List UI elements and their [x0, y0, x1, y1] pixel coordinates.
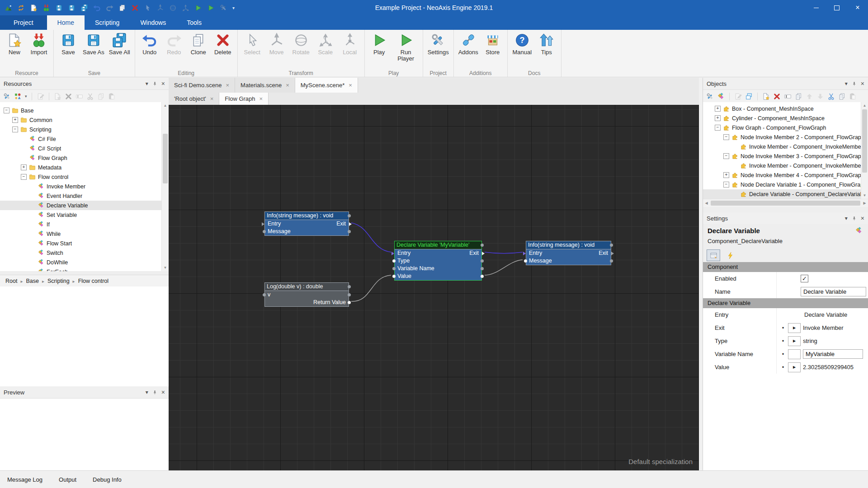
qat-rotate-button[interactable]	[169, 4, 177, 12]
node-info-1[interactable]: Info(string message) : void Entry Exit M…	[264, 211, 349, 236]
copy-icon[interactable]	[838, 93, 846, 100]
tree-item[interactable]: Invoke Member - Component_InvokeMember	[703, 161, 868, 170]
properties-view-button[interactable]	[707, 249, 720, 261]
close-tab-icon[interactable]: ×	[210, 95, 214, 102]
tree-expander-icon[interactable]: −	[715, 125, 721, 131]
name-input[interactable]	[801, 287, 866, 296]
menu-home[interactable]: Home	[47, 15, 85, 30]
edit-icon[interactable]	[37, 93, 44, 100]
tree-expander-icon[interactable]: −	[21, 174, 27, 180]
variable-name-reference-button[interactable]	[788, 349, 801, 359]
close-tab-icon[interactable]: ×	[349, 82, 352, 89]
breadcrumb-item-root[interactable]: Root	[5, 278, 17, 284]
display-mode-icon[interactable]	[14, 93, 22, 100]
pin-variable-name[interactable]	[392, 267, 396, 270]
qat-import-button[interactable]	[42, 4, 50, 12]
close-tab-icon[interactable]: ×	[259, 95, 263, 102]
qat-sync-button[interactable]	[17, 4, 25, 12]
scroll-up-icon[interactable]: ▲	[861, 102, 868, 109]
pin-out-dot[interactable]	[348, 230, 351, 233]
copy-icon[interactable]	[97, 93, 105, 100]
scroll-up-icon[interactable]: ▲	[162, 102, 169, 109]
tree-item[interactable]: − Base	[0, 106, 169, 115]
scroll-right-icon[interactable]: ▶	[861, 200, 868, 206]
pin-out-dot[interactable]	[610, 259, 613, 263]
pin-out-dot[interactable]	[481, 267, 484, 270]
qat-save-as-button[interactable]	[68, 4, 75, 12]
exit-reference-button[interactable]: ▶	[788, 323, 801, 333]
scroll-thumb[interactable]	[862, 109, 867, 173]
tree-item[interactable]: + Node Invoke Member 4 - Component_FlowG…	[703, 170, 868, 180]
cut-icon[interactable]	[827, 93, 835, 100]
close-icon[interactable]: ×	[861, 80, 864, 87]
tree-item[interactable]: − Node Declare Variable 1 - Component_Fl…	[703, 180, 868, 189]
statusbar-debug-info[interactable]: Debug Info	[93, 476, 122, 483]
tree-item[interactable]: − Node Invoke Member 3 - Component_FlowG…	[703, 151, 868, 161]
scroll-down-icon[interactable]: ▼	[861, 192, 868, 199]
options-wrench-icon[interactable]	[706, 93, 714, 100]
tree-item[interactable]: DoWhile	[0, 258, 169, 267]
tree-item[interactable]: Set Variable	[0, 210, 169, 220]
node-header-dot[interactable]	[481, 244, 484, 247]
qat-new-button[interactable]	[30, 4, 38, 12]
breadcrumb-item-scripting[interactable]: Scripting	[47, 278, 70, 284]
minimize-button[interactable]	[806, 0, 826, 15]
settings-button[interactable]: Settings	[425, 31, 451, 70]
tree-item[interactable]: − Node Invoke Member 2 - Component_FlowG…	[703, 132, 868, 142]
delete-button[interactable]: Delete	[211, 31, 235, 70]
scroll-thumb[interactable]	[163, 134, 168, 183]
delete-icon[interactable]	[773, 93, 781, 100]
move-button[interactable]: Move	[264, 31, 289, 70]
pin-entry[interactable]	[262, 222, 264, 226]
node-info-2[interactable]: Info(string message) : void Entry Exit M…	[526, 241, 611, 265]
tree-item[interactable]: Switch	[0, 248, 169, 258]
local-button[interactable]: Local	[338, 31, 362, 70]
pin-out-dot[interactable]	[481, 259, 484, 263]
qat-move-button[interactable]	[156, 4, 164, 12]
pin-message[interactable]	[524, 259, 527, 263]
pin-v[interactable]	[263, 293, 266, 296]
qat-play-button[interactable]	[194, 4, 202, 12]
pin-icon[interactable]	[852, 216, 857, 221]
tree-item[interactable]: Invoke Member - Component_InvokeMember	[703, 142, 868, 151]
scroll-left-icon[interactable]: ◀	[703, 200, 710, 206]
tree-expander-icon[interactable]: +	[715, 115, 721, 121]
breadcrumb-item-base[interactable]: Base	[26, 278, 39, 284]
panel-menu-icon[interactable]: ▾	[845, 215, 848, 221]
panel-menu-icon[interactable]: ▾	[146, 80, 148, 87]
pin-icon[interactable]	[152, 389, 157, 395]
qat-tools-button[interactable]	[220, 4, 227, 12]
pin-message[interactable]	[263, 230, 266, 233]
tree-item[interactable]: ForEach	[0, 267, 169, 271]
chevron-down-icon[interactable]: ▾	[25, 94, 27, 99]
rename-icon[interactable]	[784, 93, 792, 100]
scale-button[interactable]: Scale	[313, 31, 338, 70]
resources-tree-scrollbar[interactable]: ▲ ▼	[161, 102, 169, 271]
qat-select-button[interactable]	[144, 4, 151, 12]
node-header-dot[interactable]	[348, 285, 351, 288]
breadcrumb-item-flow-control[interactable]: Flow control	[78, 278, 108, 284]
menu-scripting[interactable]: Scripting	[85, 15, 130, 30]
open-in-window-icon[interactable]	[745, 93, 753, 100]
pin-value[interactable]	[392, 275, 396, 278]
tree-item[interactable]: While	[0, 229, 169, 239]
menu-tools[interactable]: Tools	[176, 15, 212, 30]
node-header-dot[interactable]	[610, 244, 613, 247]
tree-expander-icon[interactable]: −	[723, 182, 729, 188]
tree-item[interactable]: C# File	[0, 134, 169, 144]
store-button[interactable]: Store	[481, 31, 505, 70]
play-button[interactable]: Play	[367, 31, 392, 70]
scroll-thumb[interactable]	[711, 201, 860, 206]
pin-out-dot[interactable]	[348, 293, 351, 296]
maximize-button[interactable]	[826, 0, 847, 15]
menu-project[interactable]: Project	[0, 15, 47, 30]
qat-customize-dropdown[interactable]: ▾	[232, 5, 235, 10]
new-resource-icon[interactable]	[54, 93, 61, 100]
tree-expander-icon[interactable]: −	[723, 153, 729, 159]
tree-item[interactable]: Event Handler	[0, 191, 169, 201]
pin-type[interactable]	[392, 259, 396, 263]
edit-icon[interactable]	[734, 93, 742, 100]
scroll-down-icon[interactable]: ▼	[162, 264, 169, 271]
pin-entry[interactable]	[523, 252, 526, 255]
new-object-icon[interactable]	[762, 93, 770, 100]
